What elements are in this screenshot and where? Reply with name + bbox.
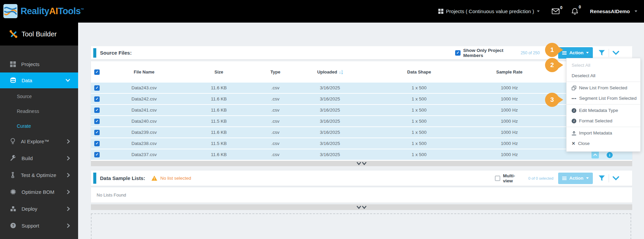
- database-icon: [10, 77, 16, 84]
- row-checkbox[interactable]: ✓: [94, 130, 100, 135]
- menu-item-import-metadata[interactable]: Import Metadata: [567, 128, 640, 138]
- svg-text:?: ?: [12, 223, 14, 228]
- callout-2: 2: [545, 58, 559, 72]
- menu-item-new-list-from-selected[interactable]: New List From Selected: [567, 83, 640, 93]
- cell-data-shape: 1 x 500: [362, 130, 477, 135]
- accent-bar: [93, 48, 96, 58]
- ellipsis-icon: •••: [572, 96, 577, 100]
- multi-view-checkbox[interactable]: [495, 176, 500, 181]
- menu-item-segment-list-from-selected[interactable]: ••• Segment List From Selected: [567, 93, 640, 103]
- callout-1: 1: [545, 43, 559, 57]
- menu-item-deselect-all[interactable]: Deselect All: [567, 70, 640, 81]
- chevron-down-icon: [635, 10, 637, 12]
- sidebar-item-build[interactable]: Build: [0, 150, 78, 167]
- notifications-button[interactable]: 0: [572, 8, 578, 15]
- tool-builder-header: Tool Builder: [0, 23, 78, 46]
- table-row[interactable]: ✓ Data240.csv 11.5 KB .csv 3/16/2025 1 x…: [91, 116, 632, 126]
- table-row[interactable]: ✓ Data238.csv 11.5 KB .csv 3/16/2025 1 x…: [91, 138, 632, 149]
- action-button[interactable]: Action: [558, 47, 593, 59]
- menu-divider: [567, 127, 640, 127]
- cell-size: 11.5 KB: [185, 119, 252, 124]
- user-account-dropdown[interactable]: RenesasAIDemo: [590, 8, 637, 14]
- logo[interactable]: RealityAITools™: [3, 4, 84, 18]
- table-row[interactable]: ✓ Data237.csv 11.6 KB .csv 3/16/2025 1 x…: [91, 149, 632, 160]
- column-header-uploaded[interactable]: Uploaded ↓ 19: [298, 69, 362, 74]
- cell-type: .csv: [252, 85, 298, 90]
- cell-uploaded: 3/16/2025: [298, 85, 362, 90]
- cell-size: 11.6 KB: [185, 152, 252, 157]
- sort-numeric-icon: ↓ 19: [339, 69, 342, 74]
- row-checkbox[interactable]: ✓: [94, 141, 100, 146]
- cell-type: .csv: [252, 152, 298, 157]
- show-only-project-members-label: Show Only Project Members: [463, 48, 517, 58]
- sidebar-item-label: AI Explore™: [21, 139, 49, 144]
- sidebar-item-projects[interactable]: Projects: [0, 56, 78, 72]
- flask-icon: [10, 172, 15, 178]
- chevron-right-icon: [67, 139, 70, 144]
- sidebar-item-optimize-bom[interactable]: Optimize BOM: [0, 183, 78, 200]
- menu-item-format-selected[interactable]: i Format Selected: [567, 116, 640, 126]
- drop-zone: [91, 213, 631, 239]
- table-row[interactable]: ✓ Data243.csv 11.6 KB .csv 3/16/2025 1 x…: [91, 83, 632, 93]
- column-header-file-name[interactable]: File Name: [103, 69, 185, 74]
- cell-uploaded: 3/16/2025: [298, 108, 362, 113]
- multi-view-label: Multi-view: [503, 173, 525, 183]
- sidebar-item-test-optimize[interactable]: Test & Optimize: [0, 167, 78, 183]
- sidebar-item-deploy[interactable]: Deploy: [0, 200, 78, 217]
- collapse-panel-chevron[interactable]: [612, 176, 619, 180]
- sidebar-item-label: Deploy: [22, 206, 37, 212]
- no-lists-panel: No Lists Found: [91, 187, 632, 203]
- chevron-right-icon: [67, 223, 70, 228]
- grid-icon: [10, 61, 16, 67]
- partially-hidden-button[interactable]: [591, 151, 599, 158]
- messages-button[interactable]: 0: [552, 8, 560, 14]
- sidebar-item-label: Projects: [21, 61, 39, 67]
- projects-dropdown-label: Projects ( Continuous value prediction ): [446, 8, 534, 14]
- reality-ai-logo-icon: [3, 4, 18, 18]
- cell-data-shape: 1 x 500: [362, 85, 477, 90]
- cell-data-shape: 1 x 500: [362, 152, 477, 157]
- cell-file-name: Data239.csv: [103, 130, 185, 135]
- row-checkbox[interactable]: ✓: [94, 85, 100, 91]
- collapse-handle-sample-lists[interactable]: [91, 204, 632, 210]
- column-header-type[interactable]: Type: [252, 69, 298, 74]
- cell-type: .csv: [252, 108, 298, 113]
- collapse-handle-source-files[interactable]: [91, 161, 632, 166]
- sidebar-item-readiness[interactable]: Readiness: [0, 104, 78, 119]
- menu-item-edit-metadata-type[interactable]: i Edit Metadata Type: [567, 105, 640, 116]
- notifications-count-badge: 0: [579, 5, 581, 9]
- action-button-disabled[interactable]: Action: [558, 173, 593, 184]
- svg-text:!: !: [154, 177, 155, 181]
- hamburger-icon: [562, 178, 567, 179]
- sidebar-item-ai-explore[interactable]: AI Explore™: [0, 133, 78, 150]
- table-row[interactable]: ✓ Data239.csv 11.6 KB .csv 3/16/2025 1 x…: [91, 127, 632, 138]
- filter-icon[interactable]: [598, 50, 605, 56]
- collapse-panel-chevron[interactable]: [612, 51, 619, 55]
- row-checkbox[interactable]: ✓: [94, 152, 100, 157]
- main-content: Source Files: ✓ Show Only Project Member…: [78, 23, 644, 239]
- projects-dropdown[interactable]: Projects ( Continuous value prediction ): [438, 8, 540, 14]
- filter-icon[interactable]: [598, 175, 605, 182]
- messages-count-badge: 0: [560, 5, 563, 10]
- sidebar-item-source[interactable]: Source: [0, 89, 78, 104]
- sidebar-item-support[interactable]: ? Support: [0, 217, 78, 234]
- question-icon: ?: [10, 222, 16, 229]
- column-header-size[interactable]: Size: [185, 69, 252, 74]
- sidebar-item-data[interactable]: Data: [0, 72, 78, 88]
- show-only-project-members-checkbox[interactable]: ✓: [455, 50, 461, 56]
- menu-item-close[interactable]: ✕ Close: [567, 138, 640, 149]
- row-checkbox[interactable]: ✓: [94, 108, 100, 113]
- accent-bar: [93, 173, 96, 184]
- sidebar-item-curate[interactable]: Curate: [0, 119, 78, 133]
- sidebar-item-label: Test & Optimize: [21, 172, 56, 178]
- menu-item-select-all[interactable]: Select All: [567, 60, 640, 70]
- row-checkbox[interactable]: ✓: [94, 96, 100, 102]
- column-header-data-shape[interactable]: Data Shape: [362, 69, 477, 74]
- column-header-sample-rate[interactable]: Sample Rate: [477, 69, 542, 74]
- select-all-checkbox[interactable]: ✓: [94, 69, 100, 75]
- grid-icon: [438, 9, 443, 14]
- row-checkbox[interactable]: ✓: [94, 119, 100, 124]
- partially-hidden-info-button[interactable]: i: [607, 152, 613, 158]
- sidebar-subitem-label: Source: [17, 94, 32, 99]
- cell-file-name: Data237.csv: [103, 152, 185, 157]
